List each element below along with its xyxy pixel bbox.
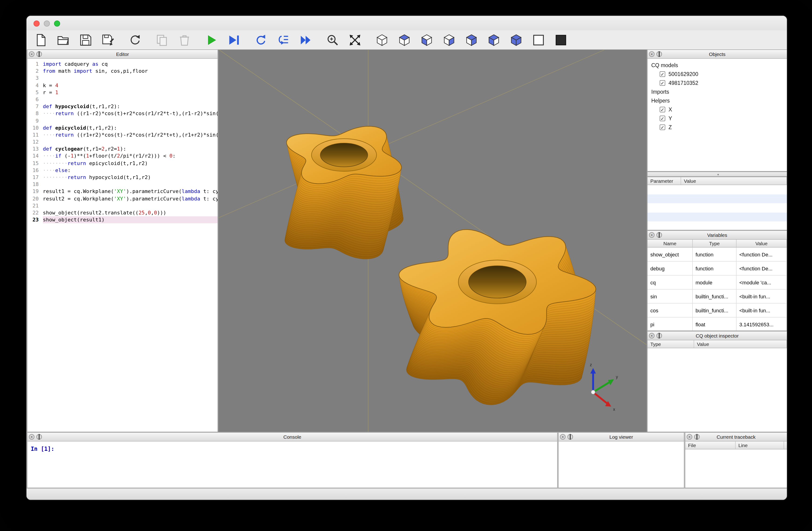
close-panel-icon[interactable]: × — [29, 434, 34, 439]
panel-splitter[interactable] — [647, 171, 787, 177]
3d-gear-object-2[interactable] — [399, 229, 596, 405]
tree-item-imports[interactable]: Imports — [648, 87, 787, 96]
close-panel-icon[interactable]: × — [649, 232, 654, 238]
tree-item-cq-models[interactable]: CQ models — [648, 60, 787, 69]
tree-item-helpers[interactable]: Helpers — [648, 96, 787, 105]
checkbox[interactable]: ✓ — [659, 115, 665, 121]
view-top-button[interactable] — [396, 32, 412, 47]
save-as-button[interactable] — [100, 32, 116, 47]
code-line[interactable] — [43, 117, 218, 124]
code-line[interactable]: show_object(result1) — [43, 216, 218, 223]
float-panel-icon[interactable] — [656, 232, 662, 238]
code-line[interactable] — [43, 138, 218, 145]
view-back-button[interactable] — [508, 32, 524, 47]
variable-row-sin[interactable]: sinbuiltin_functi...<built-in fun... — [648, 290, 787, 304]
console-input-area[interactable]: In [1]: — [28, 442, 557, 488]
tree-item-5001629200[interactable]: ✓5001629200 — [648, 69, 787, 78]
zoom-window-button[interactable] — [54, 20, 60, 27]
view-left-button[interactable] — [441, 32, 456, 47]
code-line[interactable]: import cadquery as cq — [43, 60, 218, 68]
variable-row-cq[interactable]: cqmodule<module 'ca... — [648, 276, 787, 290]
float-panel-icon[interactable] — [567, 434, 573, 439]
step-button[interactable] — [253, 32, 269, 47]
code-column-header[interactable]: C — [784, 442, 787, 449]
view-shaded-button[interactable] — [553, 32, 568, 47]
checkbox[interactable]: ✓ — [659, 71, 665, 77]
parameter-row[interactable] — [648, 185, 787, 194]
type-column-header[interactable]: Type — [693, 240, 737, 247]
checkbox[interactable]: ✓ — [659, 107, 665, 112]
code-line[interactable] — [43, 181, 218, 188]
type-column-header[interactable]: Type — [648, 340, 694, 348]
parameter-column-header[interactable]: Parameter — [648, 177, 681, 185]
3d-gear-object-1[interactable] — [285, 126, 403, 259]
checkbox[interactable]: ✓ — [659, 80, 665, 86]
name-column-header[interactable]: Name — [648, 240, 693, 247]
code-line[interactable]: ····else: — [43, 167, 218, 174]
code-line[interactable]: ····if (-1)**(1+floor(t/2/pi*(r1/r2))) <… — [43, 153, 218, 160]
code-line[interactable]: k = 4 — [43, 82, 218, 89]
code-line[interactable] — [43, 75, 218, 82]
view-wireframe-button[interactable] — [531, 32, 546, 47]
view-front-button[interactable] — [486, 32, 501, 47]
close-panel-icon[interactable]: × — [29, 51, 34, 57]
delete-button[interactable] — [177, 32, 192, 47]
code-line[interactable]: def hypocycloid(t,r1,r2): — [43, 103, 218, 110]
parameter-row[interactable] — [648, 203, 787, 212]
parameter-row[interactable] — [648, 213, 787, 222]
tree-item-4981710352[interactable]: ✓4981710352 — [648, 78, 787, 87]
float-panel-icon[interactable] — [37, 51, 42, 57]
tree-item-y[interactable]: ✓Y — [648, 114, 787, 123]
copy-button[interactable] — [154, 32, 170, 47]
variable-row-cos[interactable]: cosbuiltin_functi...<built-in fun... — [648, 304, 787, 318]
float-panel-icon[interactable] — [37, 434, 42, 439]
new-file-button[interactable] — [33, 32, 48, 47]
code-line[interactable] — [43, 96, 218, 103]
variable-row-pi[interactable]: pifloat3.141592653... — [648, 318, 787, 331]
editor-code[interactable]: import cadquery as cqfrom math import si… — [41, 59, 218, 432]
view-right-button[interactable] — [464, 32, 479, 47]
save-button[interactable] — [78, 32, 93, 47]
code-line[interactable]: def cyclogear(t,r1=2,r2=1): — [43, 146, 218, 153]
parameter-row[interactable] — [648, 194, 787, 203]
code-line[interactable]: show_object(result2.translate((25,0,0))) — [43, 209, 218, 216]
view-iso-button[interactable] — [374, 32, 390, 47]
value-column-header[interactable]: Value — [681, 177, 787, 185]
variable-row-show_object[interactable]: show_objectfunction<function De... — [648, 248, 787, 262]
tree-item-z[interactable]: ✓Z — [648, 123, 787, 131]
float-panel-icon[interactable] — [656, 51, 662, 57]
value-column-header[interactable]: Value — [694, 340, 787, 348]
checkbox[interactable]: ✓ — [659, 124, 665, 130]
file-column-header[interactable]: File — [685, 442, 736, 449]
fit-view-button[interactable] — [347, 32, 362, 47]
debug-script-button[interactable] — [226, 32, 241, 47]
code-line[interactable]: ····return ((r1-r2)*cos(t)+r2*cos(r1/r2*… — [43, 110, 218, 117]
parameter-row[interactable] — [648, 222, 787, 230]
code-line[interactable]: r = 1 — [43, 89, 218, 96]
continue-button[interactable] — [298, 32, 313, 47]
step-over-button[interactable] — [275, 32, 291, 47]
variable-row-debug[interactable]: debugfunction<function De... — [648, 262, 787, 276]
minimize-window-button[interactable] — [44, 20, 50, 27]
code-line[interactable]: ········return hypocycloid(t,r1,r2) — [43, 174, 218, 181]
code-line[interactable]: def epicycloid(t,r1,r2): — [43, 124, 218, 131]
open-file-button[interactable] — [55, 32, 71, 47]
close-panel-icon[interactable]: × — [687, 434, 692, 439]
close-panel-icon[interactable]: × — [560, 434, 566, 439]
view-bottom-button[interactable] — [419, 32, 434, 47]
value-column-header[interactable]: Value — [737, 240, 787, 247]
close-panel-icon[interactable]: × — [649, 51, 654, 57]
tree-item-x[interactable]: ✓X — [648, 105, 787, 114]
code-line[interactable]: ········return epicycloid(t,r1,r2) — [43, 160, 218, 167]
zoom-button[interactable] — [325, 32, 340, 47]
float-panel-icon[interactable] — [656, 333, 662, 338]
line-column-header[interactable]: Line — [736, 442, 784, 449]
run-script-button[interactable] — [204, 32, 219, 47]
code-line[interactable]: result2 = cq.Workplane('XY').parametricC… — [43, 195, 218, 202]
close-window-button[interactable] — [33, 20, 40, 27]
close-panel-icon[interactable]: × — [649, 333, 654, 338]
viewport-3d[interactable]: xyz — [218, 50, 647, 432]
code-line[interactable]: from math import sin, cos,pi,floor — [43, 68, 218, 74]
reload-script-button[interactable] — [127, 32, 143, 47]
code-line[interactable] — [43, 202, 218, 209]
